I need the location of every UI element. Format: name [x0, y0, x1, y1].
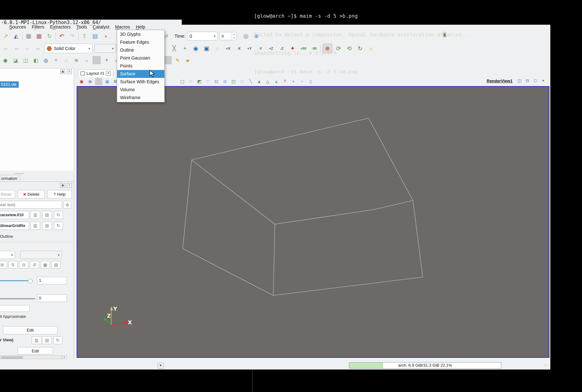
- time-previous-icon[interactable]: ⇔: [12, 44, 21, 53]
- menu-filters[interactable]: Filters: [29, 24, 47, 30]
- redo-icon[interactable]: ↷: [68, 32, 77, 41]
- reload-icon[interactable]: ↻: [54, 222, 63, 230]
- close-panel-icon[interactable]: ×: [67, 183, 72, 188]
- disconnect-server-icon[interactable]: ▦: [35, 32, 43, 41]
- delete-button[interactable]: ✖ Delete: [18, 190, 45, 199]
- search-options-button[interactable]: ⊙: [63, 201, 71, 209]
- reset-button[interactable]: ↺ Reset: [0, 190, 15, 199]
- stream-tracer-icon[interactable]: ≋: [72, 56, 80, 64]
- reload-icon[interactable]: ↻: [53, 336, 62, 344]
- scrollbar-thumb[interactable]: [1, 356, 23, 359]
- render-view-title[interactable]: RenderView1: [487, 79, 512, 83]
- table-edit-icon[interactable]: ▤: [51, 261, 61, 269]
- paste-icon[interactable]: ▤: [42, 211, 52, 219]
- view-minus-x-icon[interactable]: -X: [234, 44, 243, 53]
- zoom-to-data-icon[interactable]: +: [180, 44, 189, 53]
- rep-item-point-gaussian[interactable]: Point Gaussian: [117, 54, 164, 62]
- spin-arrows-icon[interactable]: ▴▾: [231, 33, 236, 40]
- filename-field[interactable]: paraview.010: [0, 211, 29, 219]
- connect-server-icon[interactable]: ▦: [24, 32, 33, 41]
- zoom-to-selection-icon[interactable]: □: [238, 78, 246, 85]
- copy-icon[interactable]: ▥: [30, 211, 40, 219]
- maximize-view-icon[interactable]: □: [533, 78, 538, 83]
- pipeline-item-0101-vtk[interactable]: 0101.vtk: [0, 81, 19, 88]
- threshold-filter-icon[interactable]: ◧: [32, 56, 40, 64]
- sphere-glyph-icon[interactable]: ◉: [1, 56, 9, 64]
- capture-icon[interactable]: ▣: [104, 78, 111, 85]
- reader-type-field[interactable]: tilinearGridRe: [0, 222, 29, 230]
- pick-center-icon[interactable]: ╲: [247, 78, 254, 85]
- toolbar-icon[interactable]: [92, 56, 101, 64]
- table-edit-icon[interactable]: ⊞: [0, 261, 7, 269]
- tab-layout-1[interactable]: Layout #1 ✕: [78, 69, 113, 77]
- toolbar-icon[interactable]: [22, 32, 22, 40]
- probe-location-icon[interactable]: ⌖: [103, 56, 111, 64]
- zoom-to-box-icon[interactable]: ◎: [241, 32, 250, 41]
- copy-icon[interactable]: ▥: [30, 222, 40, 230]
- zoom-closest-to-data-icon[interactable]: ▣: [202, 44, 211, 53]
- small-combo[interactable]: ▾: [0, 251, 15, 259]
- rep-item-volume[interactable]: Volume: [117, 86, 164, 94]
- ruler-icon[interactable]: ✎: [174, 56, 182, 64]
- reload-icon[interactable]: ↻: [54, 211, 63, 219]
- rep-item-outline[interactable]: Outline: [117, 46, 164, 54]
- time-track-icon[interactable]: ⇔: [23, 44, 32, 53]
- glyph-filter-icon[interactable]: ∴: [62, 56, 70, 64]
- level-slider-track[interactable]: [0, 298, 35, 299]
- scroll-right-icon[interactable]: ▸: [62, 355, 67, 359]
- time-combo[interactable]: 0 ▾: [187, 32, 218, 41]
- table-edit-icon[interactable]: ⊟: [19, 261, 28, 269]
- warp-filter-icon[interactable]: →: [82, 56, 91, 64]
- table-edit-icon[interactable]: ⇅: [8, 261, 18, 269]
- interactive-select-points-icon[interactable]: ⊙: [221, 78, 229, 85]
- select-block-icon[interactable]: ◰: [230, 78, 237, 85]
- interactive-select-cells-icon[interactable]: ⊡: [213, 78, 220, 85]
- search-input[interactable]: [0, 201, 62, 209]
- help-button[interactable]: ? Help: [47, 190, 72, 199]
- rep-item-wireframe[interactable]: Wireframe: [117, 94, 164, 102]
- panel-splitter[interactable]: ••••••: [0, 171, 74, 174]
- split-horizontal-icon[interactable]: ◫: [517, 78, 522, 83]
- edit-view-button[interactable]: Edit: [17, 347, 53, 355]
- rep-item-surface[interactable]: Surface: [117, 70, 164, 78]
- scrollbar-track[interactable]: [0, 355, 62, 359]
- close-tab-icon[interactable]: ✕: [106, 71, 111, 76]
- table-edit-icon[interactable]: ▦: [41, 261, 50, 269]
- pan-zoom-arrows-icon[interactable]: ↗: [1, 32, 10, 41]
- view-plus-x-icon[interactable]: +X: [224, 44, 232, 53]
- horizontal-scrollbar[interactable]: ▸: [0, 355, 67, 359]
- table-edit-icon[interactable]: ⇵: [30, 261, 39, 269]
- select-cells-rect-icon[interactable]: ▢: [179, 78, 186, 85]
- opacity-slider-track[interactable]: [0, 280, 30, 281]
- rep-item-3d-glyphs[interactable]: 3D Glyphs: [117, 30, 164, 38]
- filters-flask-icon[interactable]: ◭: [12, 32, 21, 41]
- select-points-rect-icon[interactable]: ∷: [187, 78, 194, 85]
- contour-filter-icon[interactable]: ≈: [52, 56, 60, 64]
- render-canvas[interactable]: XYZ: [77, 86, 549, 358]
- rep-item-surface-with-edges[interactable]: Surface With Edges: [117, 78, 164, 86]
- toolbar-icon[interactable]: [78, 32, 79, 40]
- float-panel-icon[interactable]: ▣: [60, 183, 65, 188]
- adjust-color-map-icon[interactable]: ▤: [91, 32, 99, 41]
- rep-item-feature-edges[interactable]: Feature Edges: [117, 38, 164, 46]
- select-points-poly-icon[interactable]: ∵: [204, 78, 212, 85]
- slider-value-field[interactable]: 0: [37, 294, 67, 302]
- select-cells-poly-icon[interactable]: ◩: [196, 78, 203, 85]
- color-by-combo[interactable]: Solid Color ▾: [44, 44, 92, 53]
- close-panel-icon[interactable]: ×: [67, 69, 72, 74]
- edit-color-map-button[interactable]: Edit: [3, 326, 58, 334]
- paste-icon[interactable]: ▤: [42, 222, 52, 230]
- slider-value-field[interactable]: 1: [37, 277, 67, 284]
- float-panel-icon[interactable]: ▣: [60, 69, 65, 74]
- time-first-icon[interactable]: ⇔: [1, 44, 10, 53]
- tab-information[interactable]: ormation: [0, 175, 20, 182]
- close-view-icon[interactable]: ×: [541, 78, 546, 83]
- menu-extractors[interactable]: Extractors: [47, 24, 73, 30]
- clip-filter-icon[interactable]: ◪: [11, 56, 20, 64]
- paste-icon[interactable]: ▤: [42, 336, 52, 344]
- color-palette-icon[interactable]: ◑: [101, 32, 110, 41]
- view-plus-y-icon[interactable]: +Y: [245, 44, 254, 53]
- reset-camera-closest-icon[interactable]: ◉: [191, 44, 200, 53]
- toolbar-icon[interactable]: [55, 32, 56, 40]
- slice-filter-icon[interactable]: ◫: [22, 56, 30, 64]
